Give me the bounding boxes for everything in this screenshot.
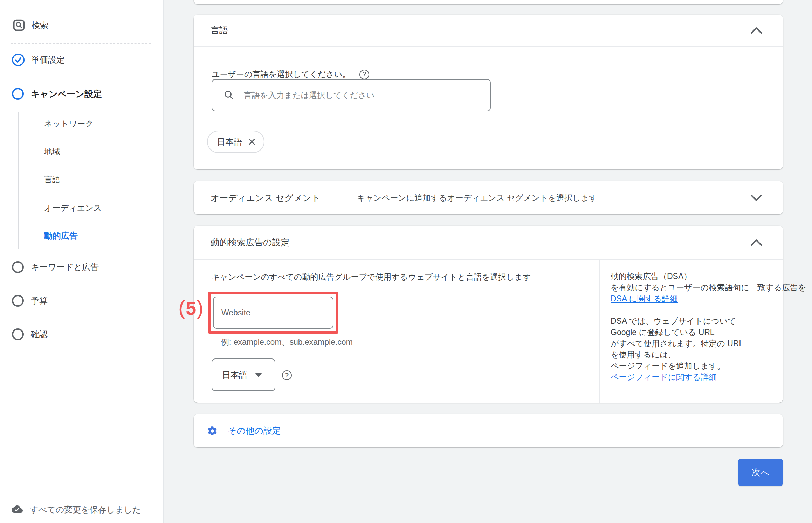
language-chip[interactable]: 日本語	[207, 131, 264, 153]
dsa-language-select[interactable]: 日本語	[212, 358, 275, 391]
website-input[interactable]: Website	[213, 297, 333, 329]
sidebar-step-review[interactable]: 確認	[12, 328, 48, 341]
campaign-setup-page: 検索 単価設定 キャンペーン設定 ネットワーク 地域 言語 オーディエンス 動的…	[0, 0, 812, 523]
language-search-input[interactable]: 言語を入力または選択してください	[212, 79, 491, 111]
annotation-paren: (	[178, 296, 185, 320]
language-card: 言語 ユーザーの言語を選択してください。 ? 言語を入力または選択してください …	[194, 15, 783, 169]
dropdown-arrow-icon	[255, 373, 262, 377]
dsa-text-line: DSA では、ウェブサイトについて	[611, 316, 736, 326]
sidebar-item-label: 検索	[32, 20, 48, 31]
check-circle-icon	[12, 53, 25, 67]
more-settings-label: その他の設定	[228, 425, 281, 437]
help-icon[interactable]: ?	[359, 70, 369, 79]
help-icon[interactable]: ?	[282, 370, 292, 380]
next-button[interactable]: 次へ	[738, 459, 783, 486]
cloud-done-icon	[12, 505, 23, 514]
search-placeholder: 言語を入力または選択してください	[244, 90, 374, 101]
radio-circle-icon	[12, 328, 24, 340]
sidebar-step-budget[interactable]: 予算	[12, 294, 48, 307]
dsa-text-line: 動的検索広告（DSA）	[611, 272, 691, 281]
stepper-connector-line	[18, 112, 19, 249]
stepper-sidebar: 検索 単価設定 キャンペーン設定 ネットワーク 地域 言語 オーディエンス 動的…	[0, 0, 164, 523]
chip-remove-button[interactable]	[248, 138, 256, 146]
more-settings-card[interactable]: その他の設定	[194, 414, 783, 447]
sidebar-subitem-dynamic-ads[interactable]: 動的広告	[44, 230, 78, 242]
website-input-label: Website	[221, 308, 250, 318]
dsa-vertical-divider	[599, 260, 600, 403]
dsa-learn-more-link[interactable]: DSA に関する詳細	[611, 294, 678, 303]
collapse-button[interactable]	[749, 237, 763, 248]
card-title: 動的検索広告の設定	[211, 237, 290, 248]
page-feed-learn-more-link[interactable]: ページフィードに関する詳細	[611, 372, 717, 382]
close-icon	[248, 138, 256, 146]
sidebar-step-label: キーワードと広告	[31, 262, 99, 273]
language-prompt-text: ユーザーの言語を選択してください。	[212, 69, 350, 80]
annotation-paren: )	[197, 296, 204, 320]
card-title: 言語	[211, 25, 228, 36]
sidebar-step-label: キャンペーン設定	[31, 88, 102, 100]
dsa-text-line: がすべて使用されます。特定の URL	[611, 339, 743, 348]
sidebar-divider	[11, 43, 151, 44]
dsa-settings-card: 動的検索広告の設定 キャンペーンのすべての動的広告グループで使用するウェブサイト…	[194, 226, 783, 403]
annotation-highlight-box: Website	[208, 292, 338, 334]
dsa-text-line: を有効にするとユーザーの検索語句に一致する広告を	[611, 283, 806, 292]
dsa-instruction: キャンペーンのすべての動的広告グループで使用するウェブサイトと言語を選択します	[212, 272, 531, 283]
chip-label: 日本語	[217, 136, 242, 147]
sidebar-subitem-location[interactable]: 地域	[44, 145, 60, 158]
chevron-down-icon	[750, 194, 763, 202]
dsa-paragraph-2: DSA では、ウェブサイトについて Google に登録している URL がすべ…	[611, 315, 807, 383]
sidebar-step-keywords[interactable]: キーワードと広告	[12, 260, 99, 274]
previous-card-partial	[194, 0, 783, 4]
dsa-card-header: 動的検索広告の設定	[194, 226, 783, 260]
language-card-header: 言語	[194, 15, 783, 47]
audience-card[interactable]: オーディエンス セグメント キャンペーンに追加するオーディエンス セグメントを選…	[194, 181, 783, 214]
search-icon	[223, 90, 235, 101]
dsa-side-text: 動的検索広告（DSA） を有効にするとユーザーの検索語句に一致する広告を DSA…	[611, 271, 807, 394]
radio-circle-icon	[12, 88, 24, 100]
save-status-text: すべての変更を保存しました	[30, 504, 141, 515]
annotation-number-5: ( 5 )	[178, 296, 204, 320]
search-in-box-icon	[13, 19, 25, 31]
dsa-text-line: Google に登録している URL	[611, 328, 715, 337]
collapse-button[interactable]	[749, 25, 763, 36]
sidebar-step-bid[interactable]: 単価設定	[12, 53, 65, 67]
sidebar-step-label: 単価設定	[31, 54, 65, 65]
sidebar-step-label: 確認	[31, 329, 48, 340]
card-subtitle: キャンペーンに追加するオーディエンス セグメントを選択します	[357, 192, 597, 203]
radio-circle-icon	[12, 295, 24, 307]
sidebar-subitem-language[interactable]: 言語	[44, 173, 60, 186]
sidebar-step-campaign[interactable]: キャンペーン設定	[12, 87, 102, 100]
save-status: すべての変更を保存しました	[12, 504, 141, 515]
dsa-paragraph-1: 動的検索広告（DSA） を有効にするとユーザーの検索語句に一致する広告を DSA…	[611, 271, 807, 304]
card-title: オーディエンス セグメント	[211, 192, 320, 203]
dsa-language-value: 日本語	[222, 369, 247, 381]
chevron-up-icon	[750, 26, 763, 35]
annotation-digit: 5	[186, 297, 196, 319]
expand-button[interactable]	[749, 193, 763, 203]
chevron-up-icon	[750, 238, 763, 247]
website-example-hint: 例: example.com、sub.example.com	[221, 337, 353, 348]
sidebar-subitem-network[interactable]: ネットワーク	[44, 117, 94, 130]
sidebar-item-search[interactable]: 検索	[13, 18, 48, 32]
radio-circle-icon	[12, 261, 24, 273]
gear-icon	[207, 425, 218, 437]
sidebar-step-label: 予算	[31, 295, 48, 306]
dsa-text-line: を使用するには、	[611, 350, 676, 359]
language-prompt-row: ユーザーの言語を選択してください。 ?	[212, 69, 369, 80]
sidebar-subitem-audience[interactable]: オーディエンス	[44, 202, 102, 214]
dsa-text-line: ページフィードを追加します。	[611, 361, 725, 370]
